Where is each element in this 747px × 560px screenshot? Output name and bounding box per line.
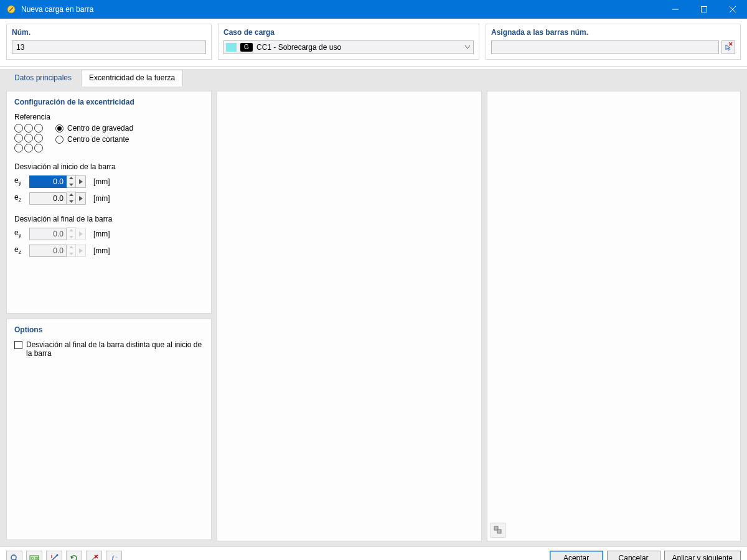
maximize-button[interactable] (690, 0, 718, 19)
ey-start-menu-button[interactable] (76, 175, 86, 188)
pick-members-button[interactable]: ✕ (721, 40, 735, 54)
unit-label: [mm] (93, 177, 110, 186)
ey-end-label: ey (14, 228, 26, 238)
svg-text:0,00: 0,00 (31, 556, 39, 561)
radio-shear-center[interactable]: Centro de cortante (55, 135, 133, 144)
radio-icon (55, 136, 63, 144)
assigned-label: Asignada a las barras núm. (491, 28, 735, 37)
member-icon (50, 554, 59, 561)
ez-start-spinner[interactable] (67, 192, 76, 205)
clear-x-icon: ✕ (728, 41, 733, 47)
eccentricity-header: Configuración de la excentricidad (14, 98, 204, 106)
loadcase-category-badge: G (240, 43, 253, 52)
svg-point-13 (57, 554, 59, 556)
checkbox-icon (14, 341, 22, 349)
assigned-input[interactable] (491, 40, 719, 54)
options-panel: Options Desviación al final de la barra … (6, 319, 212, 540)
app-icon (6, 4, 16, 14)
ey-start-input[interactable] (29, 175, 67, 188)
ez-start-input[interactable] (29, 192, 67, 205)
close-button[interactable] (718, 0, 747, 19)
radio-label: Centro de gravedad (67, 124, 133, 133)
svg-text:→: → (115, 555, 118, 559)
ez-end-spinner (67, 244, 76, 257)
checkbox-label: Desviación al final de la barra distinta… (26, 340, 204, 358)
delete-icon (90, 554, 98, 561)
svg-point-7 (11, 555, 16, 560)
svg-rect-2 (702, 7, 707, 12)
radio-center-of-gravity[interactable]: Centro de gravedad (55, 124, 133, 133)
radio-label: Centro de cortante (67, 135, 129, 144)
view-settings-button[interactable] (491, 523, 505, 538)
window-title: Nueva carga en barra (21, 5, 661, 14)
refresh-button[interactable] (66, 551, 82, 561)
function-button[interactable]: ƒ→ (106, 551, 122, 561)
unit-label: [mm] (93, 194, 110, 203)
ey-start-label: ey (14, 176, 26, 186)
minimize-button[interactable] (661, 0, 690, 19)
checkbox-different-end-offset[interactable]: Desviación al final de la barra distinta… (14, 340, 204, 358)
chevron-down-icon (462, 45, 473, 49)
preview-panel-middle (217, 91, 482, 541)
svg-line-15 (91, 555, 97, 561)
units-button[interactable]: 0,00 (26, 551, 42, 561)
magnifier-icon (10, 554, 19, 561)
ey-start-spinner[interactable] (67, 175, 76, 188)
ey-end-input (29, 228, 67, 240)
start-offset-header: Desviación al inicio de la barra (14, 162, 204, 171)
ey-end-menu-button (76, 228, 86, 240)
ez-start-menu-button[interactable] (76, 192, 86, 205)
cancel-button[interactable]: Cancelar (607, 551, 660, 561)
ez-start-label: ez (14, 193, 26, 203)
apply-next-button[interactable]: Aplicar y siguiente (664, 551, 741, 561)
unit-label: [mm] (93, 246, 110, 255)
ez-end-menu-button (76, 245, 86, 257)
delete-button[interactable] (86, 551, 102, 561)
loadcase-color-swatch (226, 43, 237, 52)
loadcase-dropdown[interactable]: G CC1 - Sobrecarga de uso (223, 40, 474, 54)
reference-label: Referencia (14, 113, 204, 121)
loadcase-label: Caso de carga (223, 28, 474, 37)
ez-end-label: ez (14, 245, 26, 255)
gear-icon (494, 526, 502, 534)
tab-main-data[interactable]: Datos principales (6, 70, 80, 86)
options-header: Options (14, 325, 204, 334)
accept-button[interactable]: Aceptar (550, 551, 603, 561)
svg-rect-6 (497, 530, 501, 533)
eccentricity-panel: Configuración de la excentricidad Refere… (6, 91, 212, 314)
refresh-icon (70, 554, 78, 561)
reference-position-grid[interactable] (14, 124, 43, 152)
help-button[interactable] (6, 551, 22, 561)
num-label: Núm. (12, 28, 206, 37)
units-icon: 0,00 (29, 554, 39, 561)
ez-end-input (29, 245, 67, 257)
unit-label: [mm] (93, 230, 110, 238)
loadcase-text: CC1 - Sobrecarga de uso (256, 43, 462, 52)
radio-icon (55, 124, 63, 133)
member-button[interactable] (46, 551, 62, 561)
num-input[interactable] (12, 40, 206, 54)
end-offset-header: Desviación al final de la barra (14, 215, 204, 223)
ey-end-spinner (67, 227, 76, 240)
function-icon: ƒ→ (110, 554, 118, 561)
preview-panel-right (487, 91, 741, 541)
tab-eccentricity[interactable]: Excentricidad de la fuerza (81, 70, 183, 86)
